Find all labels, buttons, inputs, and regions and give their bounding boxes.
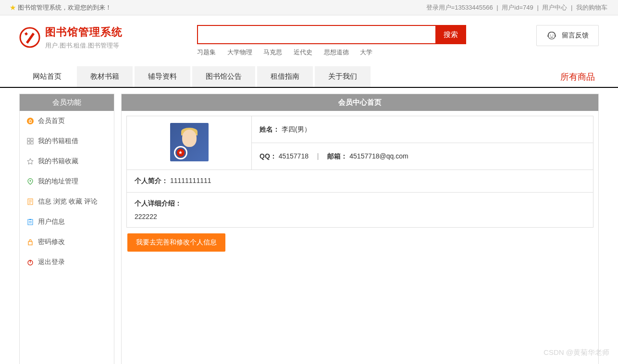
email-label: 邮箱： (327, 152, 347, 160)
login-user[interactable]: 登录用户=13533445566 (426, 4, 493, 11)
hot-keyword[interactable]: 马克思 (263, 49, 282, 56)
feedback-label: 留言反馈 (562, 31, 589, 40)
sidebar-label: 我的书籍收藏 (38, 157, 78, 166)
sidebar-item-home[interactable]: 会员首页 (20, 111, 114, 131)
welcome-text: 图书馆管理系统，欢迎您的到来！ (18, 0, 111, 15)
nav-all-products[interactable]: 所有商品 (556, 66, 599, 87)
hot-keyword[interactable]: 近代史 (294, 49, 312, 56)
profile-table: ★ 姓名： 李四(男） QQ： 45157718 | 邮箱： 45157718@… (126, 116, 593, 228)
location-icon (26, 178, 34, 185)
feedback-button[interactable]: 留言反馈 (536, 25, 599, 46)
star-icon: ★ (10, 0, 16, 15)
hot-keyword[interactable]: 大学物理 (227, 49, 252, 56)
nav-textbooks[interactable]: 教材书籍 (77, 66, 133, 87)
intro-label: 个人简介： (135, 177, 168, 184)
top-bar: ★ 图书馆管理系统，欢迎您的到来！ 登录用户=13533445566 | 用户i… (0, 0, 618, 15)
document-icon (26, 198, 34, 206)
user-center-link[interactable]: 用户中心 (542, 4, 567, 11)
email-value: 45157718@qq.com (349, 152, 408, 160)
content: 会员功能 会员首页 我的书籍租借 我的书籍收藏 我的地址管理 信息 浏览 收藏 … (0, 88, 618, 364)
avatar: ★ (170, 123, 209, 161)
svg-rect-17 (29, 219, 31, 220)
detail-value: 222222 (135, 213, 585, 220)
svg-rect-4 (547, 35, 548, 37)
nav-supplementary[interactable]: 辅导资料 (135, 66, 190, 87)
qq-value: 45157718 (279, 152, 309, 160)
search-input[interactable] (197, 25, 435, 44)
svg-rect-16 (28, 219, 33, 225)
sidebar-label: 会员首页 (38, 117, 65, 125)
sidebar-label: 密码修改 (38, 238, 65, 246)
svg-point-2 (550, 35, 551, 36)
power-icon (26, 258, 34, 266)
hot-keyword[interactable]: 大学 (360, 49, 372, 56)
star-outline-icon (26, 158, 34, 165)
svg-rect-20 (28, 242, 32, 245)
name-row: 姓名： 李四(男） (252, 116, 593, 143)
hot-keyword[interactable]: 习题集 (197, 49, 216, 56)
sidebar-label: 我的书籍租借 (38, 137, 78, 146)
grid-icon (26, 137, 34, 145)
intro-value: 11111111111 (170, 177, 211, 184)
logo-subtitle: 用户.图书.租借.图书管理等 (45, 41, 123, 50)
name-value: 李四(男） (282, 125, 311, 133)
my-cart-link[interactable]: 我的购物车 (576, 4, 607, 11)
logo-area[interactable]: 图书馆管理系统 用户.图书.租借.图书管理等 (19, 25, 197, 50)
qq-label: QQ： (260, 152, 277, 160)
main-nav: 网站首页 教材书籍 辅导资料 图书馆公告 租借指南 关于我们 所有商品 (0, 66, 618, 88)
contact-row: QQ： 45157718 | 邮箱： 45157718@qq.com (252, 143, 593, 170)
intro-row: 个人简介： 11111111111 (127, 170, 593, 193)
headset-icon (546, 30, 557, 41)
nav-home[interactable]: 网站首页 (19, 66, 75, 87)
sidebar: 会员功能 会员首页 我的书籍租借 我的书籍收藏 我的地址管理 信息 浏览 收藏 … (19, 94, 114, 364)
logo-icon (19, 27, 40, 48)
main-panel: 会员中心首页 ★ 姓名： 李四(男） (121, 94, 599, 364)
header: 图书馆管理系统 用户.图书.租借.图书管理等 搜索 习题集 大学物理 马克思 近… (0, 15, 618, 62)
nav-announcements[interactable]: 图书馆公告 (192, 66, 255, 87)
detail-row: 个人详细介绍： 222222 (127, 193, 593, 228)
svg-rect-10 (31, 142, 33, 144)
svg-point-6 (27, 118, 34, 124)
nav-about[interactable]: 关于我们 (315, 66, 371, 87)
hot-keyword[interactable]: 思想道德 (324, 49, 349, 56)
name-label: 姓名： (260, 125, 280, 133)
sidebar-label: 信息 浏览 收藏 评论 (38, 197, 98, 206)
panel-header: 会员中心首页 (122, 94, 598, 111)
detail-label: 个人详细介绍： (135, 199, 585, 208)
avatar-cell: ★ (127, 116, 252, 170)
sidebar-item-user-info[interactable]: 用户信息 (20, 212, 114, 232)
top-bar-left: ★ 图书馆管理系统，欢迎您的到来！ (10, 0, 111, 15)
user-id[interactable]: 用户id=749 (502, 4, 533, 11)
lock-icon (26, 238, 34, 246)
sidebar-item-logout[interactable]: 退出登录 (20, 252, 114, 272)
sidebar-item-address[interactable]: 我的地址管理 (20, 171, 114, 192)
sidebar-header: 会员功能 (20, 94, 114, 111)
sidebar-item-info-browse[interactable]: 信息 浏览 收藏 评论 (20, 192, 114, 212)
nav-rental-guide[interactable]: 租借指南 (257, 66, 313, 87)
search-button[interactable]: 搜索 (435, 25, 466, 44)
sidebar-item-favorites[interactable]: 我的书籍收藏 (20, 151, 114, 171)
svg-rect-7 (27, 138, 30, 141)
top-bar-right: 登录用户=13533445566 | 用户id=749 | 用户中心 | 我的购… (425, 0, 608, 15)
home-icon (26, 117, 34, 125)
logo-title: 图书馆管理系统 (45, 25, 123, 39)
panel-body: ★ 姓名： 李四(男） QQ： 45157718 | 邮箱： 45157718@… (122, 111, 598, 258)
search-hot-keywords: 习题集 大学物理 马克思 近代史 思想道德 大学 (197, 48, 466, 57)
svg-rect-9 (27, 142, 30, 144)
svg-rect-8 (31, 138, 33, 141)
sidebar-label: 我的地址管理 (38, 177, 78, 186)
sidebar-item-rentals[interactable]: 我的书籍租借 (20, 131, 114, 151)
edit-profile-button[interactable]: 我要去完善和修改个人信息 (127, 233, 225, 252)
svg-point-3 (553, 35, 554, 36)
search-area: 搜索 习题集 大学物理 马克思 近代史 思想道德 大学 (197, 25, 466, 57)
sidebar-label: 用户信息 (38, 218, 65, 226)
sidebar-item-password[interactable]: 密码修改 (20, 232, 114, 252)
svg-rect-5 (555, 35, 556, 37)
sidebar-label: 退出登录 (38, 258, 65, 267)
clipboard-icon (26, 218, 34, 226)
svg-point-11 (30, 180, 31, 182)
feedback-area: 留言反馈 (479, 25, 599, 46)
